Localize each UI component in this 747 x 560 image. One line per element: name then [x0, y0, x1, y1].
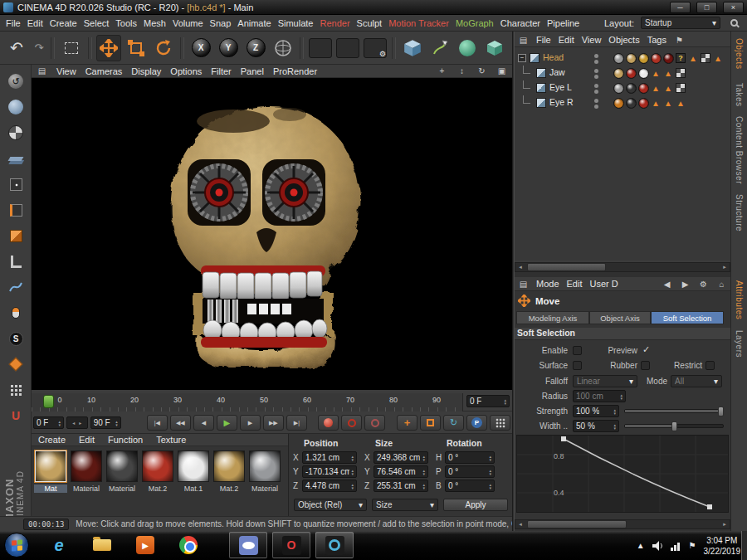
material-thumbnail[interactable]: [213, 450, 245, 482]
visibility-dots[interactable]: [594, 69, 598, 79]
action-center-flag-icon[interactable]: ⚑: [689, 541, 696, 550]
size-mode-dropdown[interactable]: Size▾: [372, 499, 438, 511]
mode-dropdown[interactable]: All▾: [671, 375, 722, 387]
axis-modification-icon[interactable]: [3, 250, 28, 273]
uvw-tag-icon[interactable]: [675, 82, 686, 94]
rubber-checkbox[interactable]: [641, 361, 650, 370]
apply-button[interactable]: Apply: [443, 499, 508, 511]
keyframe-selection-button[interactable]: [364, 415, 385, 431]
tab-object-axis[interactable]: Object Axis: [589, 311, 651, 324]
maximize-button[interactable]: □: [696, 2, 717, 13]
material-thumbnail[interactable]: [35, 450, 66, 482]
show-desktop-button[interactable]: [741, 531, 747, 560]
material-tag-icon[interactable]: [637, 52, 649, 64]
scale-tool-icon[interactable]: [124, 35, 149, 61]
gear-icon[interactable]: ⚙: [698, 280, 709, 289]
key-parameter-toggle[interactable]: P: [466, 415, 487, 431]
visibility-dots[interactable]: [594, 84, 598, 94]
close-button[interactable]: ×: [723, 2, 744, 13]
object-row-eye-l[interactable]: Eye L ▲ ▲: [515, 80, 730, 95]
taskbar-chrome-icon[interactable]: [169, 532, 208, 558]
panel-menu-icon[interactable]: ▤: [37, 66, 47, 75]
menu-create[interactable]: Create: [50, 18, 77, 28]
menu-select[interactable]: Select: [84, 18, 110, 28]
goto-end-button[interactable]: ▶|: [286, 415, 307, 431]
panel-menu-icon[interactable]: ▤: [518, 280, 529, 289]
material-name[interactable]: Mat.1: [177, 485, 210, 493]
prev-key-button[interactable]: ◀◀: [170, 415, 191, 431]
move-tool-icon[interactable]: [96, 35, 121, 61]
object-name[interactable]: Jaw: [549, 67, 565, 77]
key-pla-toggle[interactable]: [490, 415, 510, 431]
material-tag-icon[interactable]: [650, 52, 662, 64]
points-mode-icon[interactable]: [3, 173, 28, 196]
width-field[interactable]: 50 %▴▾: [573, 420, 619, 432]
menu-snap[interactable]: Snap: [210, 18, 232, 28]
material-tag-icon[interactable]: [613, 67, 624, 79]
tab-layers[interactable]: Layers: [735, 330, 744, 358]
goto-start-button[interactable]: |◀: [147, 415, 168, 431]
taskbar-clock[interactable]: 3:04 PM3/22/2019: [704, 535, 741, 557]
phong-tag-icon[interactable]: ▲: [712, 52, 724, 64]
menu-mograph[interactable]: MoGraph: [456, 18, 494, 28]
volume-icon[interactable]: [652, 541, 663, 551]
material-menu-create[interactable]: Create: [38, 435, 66, 445]
tab-content-browser[interactable]: Content Browser: [735, 116, 744, 184]
menu-character[interactable]: Character: [500, 18, 540, 28]
tab-soft-selection[interactable]: Soft Selection: [651, 311, 724, 324]
taskbar-opera-icon[interactable]: O: [272, 532, 310, 558]
menu-volume[interactable]: Volume: [173, 18, 203, 28]
om-horizontal-scrollbar[interactable]: ◂ ▸: [515, 262, 730, 272]
taskbar-cinema4d-icon[interactable]: [315, 532, 354, 558]
layout-select[interactable]: Startup▾: [641, 17, 720, 29]
size-y-field[interactable]: 76.546 cm▴▾: [374, 465, 428, 478]
preview-check-icon[interactable]: ✓: [642, 344, 650, 355]
texture-mode-icon[interactable]: [3, 121, 28, 144]
edges-mode-icon[interactable]: [3, 198, 28, 222]
width-slider[interactable]: [624, 424, 724, 428]
material-menu-edit[interactable]: Edit: [79, 435, 95, 445]
menu-sculpt[interactable]: Sculpt: [357, 18, 383, 28]
material-name[interactable]: Material: [105, 485, 139, 493]
material-thumbnail[interactable]: [142, 450, 173, 482]
search-icon[interactable]: [730, 19, 738, 27]
material-name[interactable]: Mat: [34, 485, 67, 493]
material-menu-function[interactable]: Function: [108, 435, 143, 445]
network-icon[interactable]: [671, 541, 681, 551]
phong-tag-icon[interactable]: ▲: [675, 97, 686, 109]
menu-tools[interactable]: Tools: [115, 18, 137, 28]
phong-tag-icon[interactable]: ▲: [650, 97, 662, 109]
phong-tag-icon[interactable]: ▲: [662, 67, 674, 79]
paint-setup-icon[interactable]: [3, 353, 28, 376]
material-thumbnail[interactable]: [106, 450, 138, 482]
size-x-field[interactable]: 249.368 cm▴▾: [374, 451, 428, 464]
taskbar-media-icon[interactable]: ▶: [126, 532, 164, 558]
visibility-dots[interactable]: [594, 54, 598, 64]
phong-tag-icon[interactable]: ▲: [662, 97, 674, 109]
spline-edit-icon[interactable]: [3, 275, 28, 299]
key-rotation-toggle[interactable]: ↻: [443, 415, 464, 431]
start-button[interactable]: [4, 533, 29, 558]
timeline-ruler[interactable]: 0 10 20 30 40 50 60 70 80 90: [32, 393, 463, 411]
model-mode-icon[interactable]: [3, 95, 28, 119]
radius-field[interactable]: 100 cm▴▾: [573, 390, 626, 402]
scroll-left-icon[interactable]: ◂: [515, 521, 525, 528]
panel-menu-icon[interactable]: ▤: [518, 36, 529, 45]
lock-z-axis-icon[interactable]: Z: [243, 35, 268, 61]
position-z-field[interactable]: 4.478 cm▴▾: [302, 480, 357, 492]
viewport-menu-options[interactable]: Options: [170, 66, 202, 76]
viewport-menu-prorender[interactable]: ProRender: [273, 66, 317, 76]
material-tag-icon[interactable]: [637, 67, 649, 79]
attr-menu-mode[interactable]: Mode: [536, 279, 559, 289]
menu-mesh[interactable]: Mesh: [144, 18, 166, 28]
lock-x-axis-icon[interactable]: X: [188, 35, 213, 61]
rotate-tool-icon[interactable]: [151, 35, 176, 61]
restrict-checkbox[interactable]: [706, 361, 715, 370]
object-mode-dropdown[interactable]: Object (Rel)▾: [294, 499, 367, 511]
uvw-tag-icon[interactable]: [675, 67, 686, 79]
rotation-b-field[interactable]: 0 °▴▾: [445, 480, 495, 492]
viewport-menu-filter[interactable]: Filter: [211, 66, 231, 76]
object-name[interactable]: Eye L: [549, 82, 572, 92]
tweak-mode-icon[interactable]: [3, 301, 28, 324]
material-thumbnail[interactable]: [71, 450, 102, 482]
